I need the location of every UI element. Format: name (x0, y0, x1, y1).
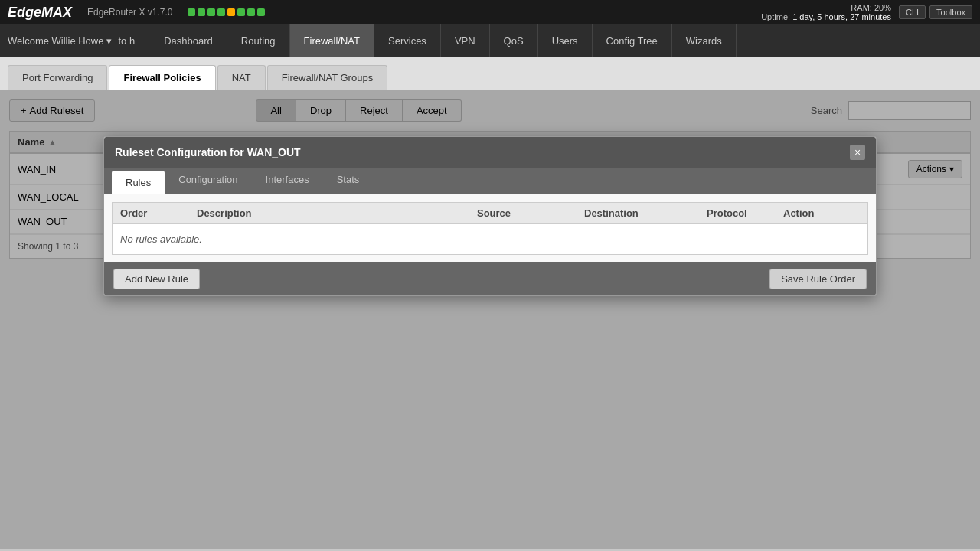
modal-tab-stats[interactable]: Stats (323, 168, 374, 194)
status-dot (227, 8, 235, 16)
logo: EdgeMAX (8, 5, 72, 21)
nav-tab-qos[interactable]: QoS (490, 24, 538, 57)
status-dot (217, 8, 225, 16)
top-buttons: CLI Toolbox (899, 5, 972, 19)
sub-tabs-bar: Port ForwardingFirewall PoliciesNATFirew… (0, 57, 980, 90)
uptime-info: RAM: 20% Uptime: 1 day, 5 hours, 27 minu… (761, 3, 891, 21)
status-dot (257, 8, 265, 16)
nav-tab-services[interactable]: Services (374, 24, 441, 57)
sub-tab-port-forwarding[interactable]: Port Forwarding (8, 65, 107, 90)
status-indicators (188, 8, 265, 16)
col-protocol: Protocol (707, 207, 783, 219)
modal-header: Ruleset Configuration for WAN_OUT × (104, 137, 876, 168)
sub-tab-firewall-policies[interactable]: Firewall Policies (109, 65, 215, 90)
col-source: Source (477, 207, 584, 219)
chevron-down-icon: ▾ (106, 35, 112, 47)
status-dot (198, 8, 205, 16)
welcome-text: Welcome Willie Howe (8, 35, 103, 47)
nav-tab-config-tree[interactable]: Config Tree (593, 24, 672, 57)
col-destination: Destination (584, 207, 707, 219)
top-bar-right: RAM: 20% Uptime: 1 day, 5 hours, 27 minu… (761, 3, 972, 21)
sub-tab-firewall-nat-groups[interactable]: Firewall/NAT Groups (267, 65, 387, 90)
welcome-area: Welcome Willie Howe ▾ to h (8, 35, 135, 47)
col-action: Action (783, 207, 860, 219)
status-dot (207, 8, 215, 16)
col-order: Order (120, 207, 197, 219)
nav-separator: to h (118, 35, 135, 47)
modal-footer: Add New Rule Save Rule Order (104, 262, 876, 295)
status-dot (188, 8, 195, 16)
add-new-rule-button[interactable]: Add New Rule (113, 269, 200, 289)
rules-table-header: Order Description Source Destination Pro… (112, 202, 868, 224)
nav-tab-routing[interactable]: Routing (227, 24, 290, 57)
modal-tab-configuration[interactable]: Configuration (165, 168, 251, 194)
top-bar: EdgeMAX EdgeRouter X v1.7.0 RAM: 20% Upt… (0, 0, 980, 24)
modal-close-button[interactable]: × (850, 145, 865, 160)
modal-title: Ruleset Configuration for WAN_OUT (115, 146, 301, 158)
main-content: + Add Ruleset AllDropRejectAccept Search… (0, 90, 980, 549)
status-dot (247, 8, 255, 16)
status-dot (237, 8, 245, 16)
modal-tabs: RulesConfigurationInterfacesStats (104, 168, 876, 194)
modal-tab-rules[interactable]: Rules (112, 171, 165, 194)
toolbox-button[interactable]: Toolbox (929, 5, 972, 19)
nav-tab-vpn[interactable]: VPN (441, 24, 490, 57)
no-rules-message: No rules available. (112, 224, 868, 255)
sub-tab-nat[interactable]: NAT (217, 65, 266, 90)
modal-body: Order Description Source Destination Pro… (104, 194, 876, 262)
router-name: EdgeRouter X v1.7.0 (87, 7, 172, 18)
ram-label: RAM: 20% (851, 3, 891, 12)
nav-tab-wizards[interactable]: Wizards (672, 24, 737, 57)
cli-button[interactable]: CLI (899, 5, 926, 19)
col-description: Description (197, 207, 477, 219)
ruleset-config-modal: Ruleset Configuration for WAN_OUT × Rule… (103, 136, 877, 296)
top-bar-left: EdgeMAX EdgeRouter X v1.7.0 (8, 5, 265, 21)
nav-tabs: DashboardRoutingFirewall/NATServicesVPNQ… (150, 24, 737, 57)
nav-bar: Welcome Willie Howe ▾ to h DashboardRout… (0, 24, 980, 57)
modal-overlay: Ruleset Configuration for WAN_OUT × Rule… (0, 90, 980, 549)
uptime-value: Uptime: 1 day, 5 hours, 27 minutes (761, 12, 891, 21)
modal-tab-interfaces[interactable]: Interfaces (252, 168, 323, 194)
nav-tab-users[interactable]: Users (538, 24, 593, 57)
nav-tab-firewall-nat[interactable]: Firewall/NAT (290, 24, 374, 57)
save-rule-order-button[interactable]: Save Rule Order (769, 269, 867, 289)
nav-tab-dashboard[interactable]: Dashboard (150, 24, 227, 57)
